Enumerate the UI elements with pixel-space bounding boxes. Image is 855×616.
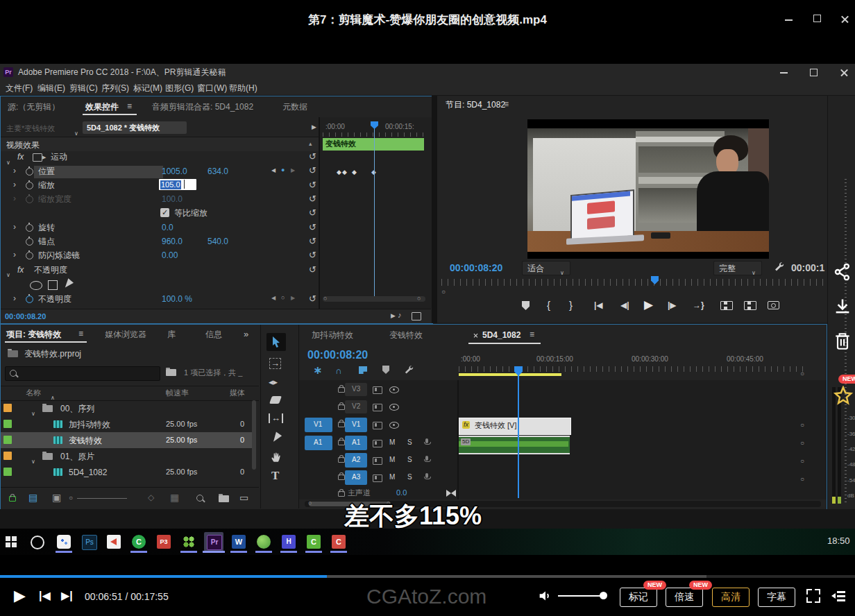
rotation-stopwatch-icon[interactable] <box>26 224 33 232</box>
position-stopwatch-icon[interactable] <box>26 168 33 176</box>
anchor-stopwatch-icon[interactable] <box>26 238 33 246</box>
a2-lock-icon[interactable] <box>338 457 345 463</box>
reset-position-icon[interactable] <box>309 166 316 175</box>
antiflicker-stopwatch-icon[interactable] <box>26 252 33 259</box>
start-button[interactable] <box>6 536 17 547</box>
master-bowtie-icon[interactable] <box>446 490 451 497</box>
add-marker-icon[interactable] <box>522 301 530 310</box>
taskbar-app-c-red[interactable]: C <box>332 535 346 549</box>
menu-sequence[interactable]: 序列(S) <box>101 83 129 93</box>
a1-source[interactable]: A1 <box>305 436 332 450</box>
a1-mute[interactable]: M <box>389 438 395 447</box>
subtitle-button[interactable]: 字幕 <box>758 588 795 607</box>
premiere-close-icon[interactable] <box>840 68 849 77</box>
go-to-out-icon[interactable]: →} <box>693 300 704 310</box>
timeline-timecode[interactable]: 00:00:08:20 <box>307 348 368 361</box>
export-frame-icon[interactable] <box>412 312 421 320</box>
panel-divider[interactable] <box>432 96 437 323</box>
tab-libraries[interactable]: 库 <box>167 330 176 339</box>
linked-selection-icon[interactable] <box>359 366 367 374</box>
premiere-maximize-icon[interactable] <box>810 69 818 76</box>
slip-tool[interactable]: ↔ <box>269 413 283 423</box>
a1-solo[interactable]: S <box>407 438 412 447</box>
scale-label[interactable]: 缩放 <box>38 180 55 190</box>
export-frame-camera-icon[interactable] <box>768 301 779 309</box>
play-icon[interactable]: ▶ <box>644 298 653 312</box>
playlist-button[interactable] <box>831 590 845 601</box>
opacity-next-keyframe-icon[interactable] <box>291 296 295 301</box>
download-icon[interactable] <box>833 297 852 316</box>
menu-file[interactable]: 文件(F) <box>6 83 33 93</box>
taskbar-app-360[interactable] <box>57 535 71 549</box>
project-scrollbar[interactable] <box>252 400 256 470</box>
motion-label[interactable]: 运动 <box>51 152 67 162</box>
a1-clip[interactable]: 5D <box>459 436 570 454</box>
step-forward-icon[interactable]: |▶ <box>668 300 677 310</box>
speed-button[interactable]: 倍速 <box>666 588 703 607</box>
reset-uniform-icon[interactable] <box>309 208 316 217</box>
opacity-label[interactable]: 不透明度 <box>38 294 71 304</box>
add-keyframe-icon[interactable] <box>281 167 285 173</box>
taskbar-clock[interactable]: 18:50 <box>827 536 855 547</box>
type-tool[interactable]: T <box>271 469 279 483</box>
settings-wrench-icon[interactable] <box>773 261 784 272</box>
timeline-panel-menu-icon[interactable] <box>530 330 534 339</box>
program-seek-ruler[interactable] <box>441 279 823 286</box>
ellipse-mask-icon[interactable] <box>30 281 42 290</box>
a3-target[interactable]: A3 <box>345 470 367 485</box>
label-chip[interactable] <box>3 436 12 444</box>
volume-handle[interactable] <box>600 592 607 599</box>
taskbar-app-premiere-active[interactable]: Pr <box>204 532 223 551</box>
lift-icon[interactable] <box>720 301 733 310</box>
track-select-tool[interactable]: → <box>269 358 281 369</box>
search-bin-icon[interactable] <box>166 369 176 376</box>
opacity-add-keyframe-icon[interactable] <box>281 295 285 301</box>
prev-keyframe-icon[interactable] <box>271 168 276 173</box>
anchor-y-value[interactable]: 540.0 <box>208 237 228 246</box>
premiere-minimize-icon[interactable] <box>780 72 788 74</box>
program-scroll-handle[interactable] <box>441 289 446 296</box>
col-name[interactable]: 名称 <box>26 388 41 397</box>
reset-antiflicker-icon[interactable] <box>309 250 316 259</box>
play-around-icon[interactable] <box>312 124 316 130</box>
position-y-value[interactable]: 634.0 <box>208 166 228 176</box>
uniform-scale-label[interactable]: 等比缩放 <box>174 208 208 218</box>
v2-source-patch-icon[interactable] <box>373 404 382 411</box>
opacity-stopwatch-icon[interactable] <box>26 296 33 303</box>
v1-target[interactable]: V1 <box>345 418 367 432</box>
taskbar-app-sphere[interactable] <box>257 535 271 549</box>
ec-timecode[interactable]: 00:00:08.20 <box>5 312 46 321</box>
position-x-value[interactable]: 1005.0 <box>162 166 187 176</box>
menu-graphics[interactable]: 图形(G) <box>165 83 194 93</box>
tab-metadata[interactable]: 元数据 <box>282 102 307 112</box>
col-media[interactable]: 媒体 <box>230 388 256 397</box>
selection-tool[interactable] <box>266 333 286 351</box>
tab-media-browser[interactable]: 媒体浏览器 <box>105 330 146 339</box>
a3-mute[interactable]: M <box>389 473 395 481</box>
opacity-prev-keyframe-icon[interactable] <box>271 296 276 301</box>
a1-mic-icon[interactable] <box>425 438 428 443</box>
motion-expand-icon[interactable] <box>6 155 10 166</box>
a2-solo[interactable]: S <box>407 456 412 464</box>
project-row-bin[interactable]: 00、序列 <box>1 400 256 416</box>
taskbar-app-photoshop[interactable]: Ps <box>82 535 97 550</box>
play-button[interactable]: ▶ <box>14 587 26 605</box>
share-icon[interactable] <box>833 262 852 282</box>
antiflicker-expand-icon[interactable] <box>13 250 16 259</box>
a1-lock-icon[interactable] <box>338 440 345 445</box>
panel-menu-icon[interactable] <box>127 102 132 110</box>
rotation-label[interactable]: 旋转 <box>38 223 55 232</box>
quality-dropdown[interactable]: 完整 <box>713 261 762 275</box>
a1-target[interactable]: A1 <box>345 436 367 450</box>
reset-motion-icon[interactable] <box>309 152 316 161</box>
mini-ruler-ticks[interactable] <box>323 132 428 137</box>
ruler-ticks[interactable] <box>459 366 806 372</box>
timeline-tab-0[interactable]: 加抖动特效 <box>312 330 353 340</box>
label-chip[interactable] <box>3 452 12 460</box>
master-lock-icon[interactable] <box>338 491 345 497</box>
close-icon[interactable] <box>840 15 849 24</box>
extract-icon[interactable] <box>744 301 756 310</box>
zoom-handle-left[interactable] <box>323 296 327 302</box>
clip-name-box[interactable]: 5D4_1082 * 变钱特效 <box>83 121 187 134</box>
collapse-section-icon[interactable] <box>309 141 312 147</box>
